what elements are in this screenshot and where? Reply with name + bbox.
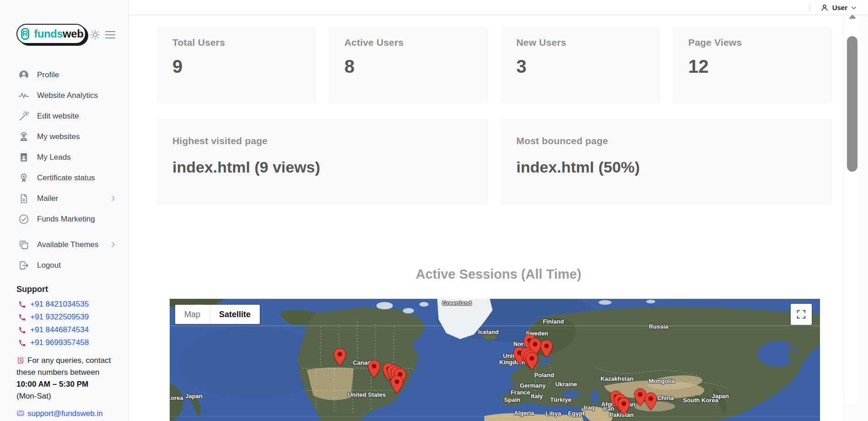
support-phone-row: +91 8421034535	[18, 298, 115, 311]
document-icon	[18, 193, 29, 204]
sidebar-item-label: Website Analytics	[37, 91, 98, 100]
active-sessions-title: Active Sessions (All Time)	[129, 267, 868, 282]
sidebar-item-available-themes[interactable]: Available Themes	[0, 234, 129, 255]
email-icon	[16, 409, 25, 417]
stat-card-new-users: New Users 3	[501, 27, 660, 103]
support-phone-row: +91 9699357458	[18, 336, 115, 349]
agent-icon	[18, 131, 29, 142]
stat-card-page-views: Page Views 12	[673, 27, 832, 103]
sidebar: R fundsweb Profile Website Analytics	[0, 0, 129, 421]
sidebar-item-mailer[interactable]: Mailer	[0, 188, 129, 209]
sidebar-item-label: My Leads	[37, 153, 71, 162]
stat-card-highest-visited: Highest visited page index.html (9 views…	[157, 119, 488, 205]
session-marker-pin[interactable]	[617, 397, 630, 416]
nav-spacer	[0, 229, 129, 234]
profile-icon	[18, 70, 29, 81]
stat-label: Page Views	[688, 37, 832, 48]
phone-icon	[18, 313, 26, 321]
sidebar-item-label: Edit website	[37, 112, 79, 121]
support-email-link[interactable]: support@fundsweb.in	[27, 409, 103, 418]
stat-value: index.html (9 views)	[172, 158, 488, 176]
fullscreen-icon	[796, 309, 806, 319]
sidebar-item-label: Mailer	[37, 194, 58, 203]
map-view-button[interactable]: Map	[175, 305, 209, 324]
stat-card-active-users: Active Users 8	[329, 27, 488, 103]
support-email-block: support@fundsweb.in (Available 24/7)	[16, 408, 115, 421]
session-marker-pin[interactable]	[333, 348, 346, 366]
sidebar-item-label: My websites	[37, 132, 80, 141]
stat-label: New Users	[516, 37, 660, 48]
support-phone-row: +91 9322509539	[18, 311, 115, 324]
check-circle-icon	[18, 214, 29, 225]
sidebar-item-funds-marketing[interactable]: Funds Marketing	[0, 209, 129, 229]
support-note-line1: For any queries, contact	[27, 356, 111, 365]
sidebar-item-profile[interactable]: Profile	[0, 65, 129, 85]
sidebar-item-label: Certificate status	[37, 173, 95, 183]
scrollbar-thumb[interactable]	[847, 36, 857, 172]
stat-label: Highest visited page	[172, 135, 488, 146]
stat-card-most-bounced: Most bounced page index.html (50%)	[501, 119, 832, 205]
session-marker-pin[interactable]	[525, 352, 538, 370]
support-phone-3[interactable]: +91 8446874534	[30, 325, 89, 335]
brand-text-web: web	[63, 27, 83, 40]
map-type-control: Map Satellite	[175, 305, 260, 324]
sidebar-item-label: Logout	[37, 261, 61, 270]
stat-value: 8	[344, 56, 488, 77]
session-marker-pin[interactable]	[644, 392, 657, 410]
support-section: Support +91 8421034535 +91 9322509539 +9…	[16, 285, 115, 421]
stat-label: Most bounced page	[516, 135, 832, 146]
phone-icon	[18, 326, 26, 334]
world-map[interactable]: Map Satellite GreenlandIcelandFinlandSwe…	[170, 299, 820, 421]
session-marker-pin[interactable]	[368, 360, 380, 378]
themes-copy-icon	[18, 239, 29, 250]
magic-wand-icon	[18, 111, 29, 122]
sidebar-item-logout[interactable]: Logout	[0, 255, 129, 275]
topbar: User	[129, 0, 868, 15]
chevron-right-icon	[110, 195, 117, 202]
brand-text-funds: funds	[34, 27, 63, 40]
support-phone-row: +91 8446874534	[18, 324, 115, 336]
session-marker-pin[interactable]	[540, 340, 553, 358]
support-phone-4[interactable]: +91 9699357458	[30, 338, 89, 347]
support-phone-1[interactable]: +91 8421034535	[30, 300, 89, 309]
sidebar-item-edit-website[interactable]: Edit website	[0, 106, 129, 126]
stat-value: 3	[516, 56, 660, 77]
sidebar-item-website-analytics[interactable]: Website Analytics	[0, 85, 129, 106]
map-fullscreen-button[interactable]	[791, 304, 812, 325]
support-phone-2[interactable]: +91 9322509539	[30, 313, 89, 322]
sidebar-nav: Profile Website Analytics Edit website	[0, 65, 129, 275]
stat-label: Active Users	[344, 37, 488, 48]
stat-value: 12	[688, 56, 832, 77]
stat-value: index.html (50%)	[516, 158, 832, 176]
support-note-line2: these numbers between	[16, 367, 115, 378]
fundsweb-logo[interactable]: R fundsweb	[16, 24, 86, 44]
sidebar-item-my-websites[interactable]: My websites	[0, 126, 129, 147]
support-days: (Mon-Sat)	[16, 390, 115, 402]
session-marker-pin[interactable]	[391, 375, 403, 394]
id-card-icon	[18, 152, 29, 163]
hamburger-menu-icon[interactable]	[105, 30, 116, 39]
chevron-right-icon	[110, 241, 117, 248]
logo-r-icon: R	[21, 28, 29, 40]
stat-label: Total Users	[172, 37, 316, 48]
phone-icon	[18, 339, 26, 347]
sidebar-item-label: Profile	[37, 70, 59, 80]
theme-sun-icon[interactable]	[90, 29, 101, 40]
stat-card-total-users: Total Users 9	[157, 27, 316, 103]
sidebar-item-label: Funds Marketing	[37, 215, 95, 224]
award-ribbon-icon	[18, 173, 29, 184]
sidebar-item-label: Available Themes	[37, 240, 99, 249]
topbar-divider	[809, 3, 809, 12]
user-menu[interactable]: User	[820, 2, 857, 13]
stat-value: 9	[172, 56, 316, 77]
sidebar-item-certificate-status[interactable]: Certificate status	[0, 167, 129, 188]
analytics-pulse-icon	[18, 90, 29, 101]
logout-icon	[18, 260, 29, 271]
support-heading: Support	[16, 285, 115, 294]
phone-icon	[18, 301, 26, 308]
sidebar-item-my-leads[interactable]: My Leads	[0, 147, 129, 167]
user-label: User	[832, 4, 847, 11]
chevron-down-icon	[851, 5, 857, 11]
satellite-view-button[interactable]: Satellite	[210, 305, 260, 324]
alarm-clock-icon	[16, 356, 25, 364]
